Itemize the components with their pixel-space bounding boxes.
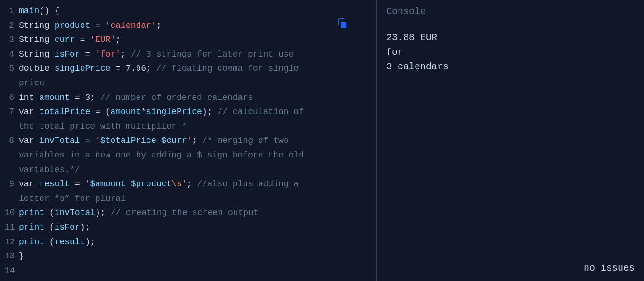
line-number: 1 <box>5 4 19 18</box>
token-comment: the total price with multiplier * <box>19 122 187 131</box>
console-pane: Console 23.88 EURfor3 calendars no issue… <box>377 0 644 281</box>
line-number: 11 <box>5 220 19 235</box>
code-line[interactable]: 14 <box>0 264 376 278</box>
code-line[interactable]: 6int amount = 3; // number of ordered ca… <box>0 91 376 105</box>
token-str <box>126 179 131 189</box>
console-output-line: for <box>386 45 635 59</box>
token-comment: reating the screen output <box>131 208 259 217</box>
code-line[interactable]: price <box>0 76 376 91</box>
token-ident: totalPrice <box>39 107 90 116</box>
line-number: 10 <box>5 206 19 220</box>
code-line[interactable]: 3String curr = 'EUR'; <box>0 33 376 47</box>
code-content[interactable]: var result = '$amount $product\s'; //als… <box>19 177 376 191</box>
code-line[interactable]: 9var result = '$amount $product\s'; //al… <box>0 177 376 191</box>
code-content[interactable]: variables.*/ <box>19 163 376 177</box>
code-editor-pane[interactable]: 1main() {2String product = 'calendar';3S… <box>0 0 377 281</box>
code-content[interactable]: } <box>19 249 376 264</box>
token-punc: ; <box>146 64 156 73</box>
code-content[interactable]: price <box>19 76 376 91</box>
code-content[interactable]: String isFor = 'for'; // 3 strings for l… <box>19 47 376 62</box>
code-content[interactable]: var totalPrice = (amount*singlePrice); /… <box>19 105 376 119</box>
token-punc: () { <box>39 6 59 16</box>
line-number: 4 <box>5 47 19 62</box>
line-number: 8 <box>5 133 19 148</box>
token-op: = <box>110 64 125 73</box>
token-punc: ); <box>85 237 95 247</box>
code-content[interactable]: print (invTotal); // creating the screen… <box>19 206 376 220</box>
token-comment: price <box>19 78 44 88</box>
token-ident: isFor <box>55 223 80 232</box>
code-content[interactable]: String product = 'calendar'; <box>19 18 376 33</box>
token-punc: } <box>19 251 24 261</box>
token-var: $amount <box>90 179 126 189</box>
token-op: = <box>70 93 85 102</box>
code-line[interactable]: letter “s” for plural <box>0 191 376 206</box>
token-punc: ( <box>49 223 55 232</box>
token-punc: ); <box>202 107 217 116</box>
console-title: Console <box>386 4 635 20</box>
code-line[interactable]: 8var invTotal = '$totalPrice $curr'; /* … <box>0 133 376 148</box>
code-line[interactable]: variables.*/ <box>0 163 376 177</box>
token-op: = <box>90 21 105 30</box>
token-func: main <box>19 6 39 16</box>
code-line[interactable]: 5double singlePrice = 7.96; // floating … <box>0 61 376 76</box>
token-func: print <box>19 223 49 232</box>
token-str: ' <box>182 179 187 189</box>
token-ident: amount <box>39 93 70 102</box>
token-ident: invTotal <box>39 136 80 145</box>
code-line[interactable]: variables in a new one by adding a $ sig… <box>0 148 376 163</box>
token-type: String <box>19 35 55 44</box>
line-number: 2 <box>5 18 19 33</box>
code-content[interactable]: var invTotal = '$totalPrice $curr'; /* m… <box>19 133 376 148</box>
svg-rect-0 <box>341 22 346 28</box>
token-punc: ); <box>80 223 90 232</box>
token-keyword: var <box>19 136 39 145</box>
token-ident: invTotal <box>55 208 95 217</box>
line-number: 7 <box>5 105 19 119</box>
token-op: = <box>70 179 85 189</box>
code-content[interactable]: print (isFor); <box>19 220 376 235</box>
token-ident: result <box>55 237 85 247</box>
token-str: ' <box>95 136 100 145</box>
code-content[interactable]: String curr = 'EUR'; <box>19 33 376 47</box>
line-number: 5 <box>5 61 19 76</box>
code-line[interactable]: the total price with multiplier * <box>0 119 376 134</box>
console-output-line: 3 calendars <box>386 59 635 74</box>
token-punc: ; <box>192 136 202 145</box>
code-content[interactable]: int amount = 3; // number of ordered cal… <box>19 91 376 105</box>
code-line[interactable]: 12print (result); <box>0 235 376 249</box>
code-line[interactable]: 10print (invTotal); // creating the scre… <box>0 206 376 220</box>
token-ident: product <box>55 21 90 30</box>
line-number: 9 <box>5 177 19 191</box>
code-content[interactable]: variables in a new one by adding a $ sig… <box>19 148 376 163</box>
code-content[interactable]: print (result); <box>19 235 376 249</box>
token-op: * <box>141 107 146 116</box>
code-line[interactable]: 11print (isFor); <box>0 220 376 235</box>
token-ident: curr <box>55 35 75 44</box>
token-esc: \s <box>171 179 182 189</box>
token-var: $product <box>131 179 171 189</box>
token-str: 'EUR' <box>90 35 115 44</box>
token-type: double <box>19 64 55 73</box>
token-num: 3 <box>85 93 90 102</box>
copy-button[interactable] <box>337 18 348 29</box>
code-line[interactable]: 13} <box>0 249 376 264</box>
token-comment: // calculation of <box>217 107 304 116</box>
code-content[interactable]: letter “s” for plural <box>19 191 376 206</box>
token-comment: letter “s” for plural <box>19 194 126 203</box>
token-punc: ; <box>115 35 121 44</box>
code-line[interactable]: 7var totalPrice = (amount*singlePrice); … <box>0 105 376 119</box>
code-content[interactable]: main() { <box>19 4 376 18</box>
token-comment: variables.*/ <box>19 165 80 174</box>
token-str: ' <box>187 136 192 145</box>
code-line[interactable]: 4String isFor = 'for'; // 3 strings for … <box>0 47 376 62</box>
code-line[interactable]: 2String product = 'calendar'; <box>0 18 376 33</box>
token-func: print <box>19 208 49 217</box>
code-line[interactable]: 1main() { <box>0 4 376 18</box>
copy-icon <box>337 18 348 29</box>
code-content[interactable]: double singlePrice = 7.96; // floating c… <box>19 61 376 76</box>
line-number: 3 <box>5 33 19 47</box>
token-punc: ; <box>187 179 197 189</box>
token-punc: ; <box>90 93 100 102</box>
code-content[interactable]: the total price with multiplier * <box>19 119 376 134</box>
